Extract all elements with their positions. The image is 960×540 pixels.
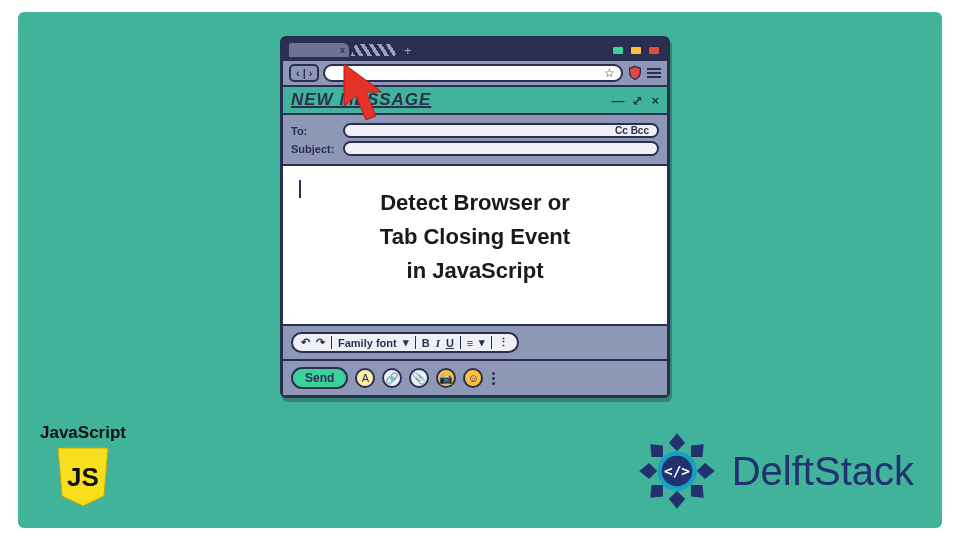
align-caret-icon[interactable]: ▾: [479, 336, 485, 349]
new-tab-button[interactable]: +: [404, 43, 412, 58]
send-button[interactable]: Send: [291, 367, 348, 389]
window-maximize-pill[interactable]: [629, 45, 643, 56]
subject-label: Subject:: [291, 143, 337, 155]
font-caret-icon[interactable]: ▾: [403, 336, 409, 349]
body-line-2: Tab Closing Event: [309, 220, 641, 254]
bcc-button[interactable]: Bcc: [631, 125, 649, 136]
compose-expand-icon[interactable]: ⤢: [632, 93, 643, 108]
hamburger-menu-icon[interactable]: [647, 68, 661, 78]
js-initials: JS: [67, 462, 99, 492]
emoji-icon[interactable]: ☺: [463, 368, 483, 388]
toolbar-sep: [491, 336, 492, 349]
svg-marker-3: [697, 463, 715, 479]
toolbar-sep: [460, 336, 461, 349]
bookmark-star-icon[interactable]: ☆: [604, 66, 615, 80]
browser-titlebar: x +: [283, 39, 667, 61]
body-content: Detect Browser or Tab Closing Event in J…: [301, 180, 649, 306]
shield-icon[interactable]: [627, 65, 643, 81]
nav-divider: |: [303, 67, 306, 79]
svg-marker-2: [639, 463, 657, 479]
underline-button[interactable]: U: [446, 337, 454, 349]
inactive-tab[interactable]: [351, 44, 399, 56]
svg-marker-1: [669, 491, 685, 509]
format-toolbar: ↶ ↷ Family font ▾ B I U ≡ ▾ ⋮: [283, 326, 667, 361]
text-cursor: [299, 180, 301, 198]
delftstack-brand: </> DelftStack: [632, 426, 914, 516]
italic-button[interactable]: I: [436, 337, 440, 349]
font-family-select[interactable]: Family font: [338, 337, 397, 349]
body-line-1: Detect Browser or: [309, 186, 641, 220]
nav-arrows: ‹ | ›: [289, 64, 319, 82]
delftstack-wordmark: DelftStack: [732, 449, 914, 494]
subject-row: Subject:: [291, 141, 659, 156]
subject-input[interactable]: [343, 141, 659, 156]
cc-button[interactable]: Cc: [615, 125, 628, 136]
browser-tab[interactable]: x: [289, 43, 349, 57]
compose-body[interactable]: Detect Browser or Tab Closing Event in J…: [283, 166, 667, 326]
back-button[interactable]: ‹: [296, 67, 300, 79]
window-minimize-pill[interactable]: [611, 45, 625, 56]
cursor-pointer-icon: [338, 60, 394, 136]
delftstack-emblem-icon: </>: [632, 426, 722, 516]
compose-window-controls: — ⤢ ×: [611, 93, 659, 108]
javascript-label: JavaScript: [40, 423, 126, 443]
redo-icon[interactable]: ↷: [316, 336, 325, 349]
compose-bottombar: Send A 🔗 📎 📷 ☺: [283, 361, 667, 395]
close-tab-icon[interactable]: x: [340, 45, 345, 55]
svg-text:</>: </>: [664, 463, 690, 479]
link-icon[interactable]: 🔗: [382, 368, 402, 388]
toolbar-sep: [331, 336, 332, 349]
undo-icon[interactable]: ↶: [301, 336, 310, 349]
compose-close-icon[interactable]: ×: [651, 93, 659, 108]
body-line-3: in JavaScript: [309, 254, 641, 288]
js-shield-icon: JS: [54, 446, 112, 508]
svg-marker-0: [669, 433, 685, 451]
format-toolbar-pill: ↶ ↷ Family font ▾ B I U ≡ ▾ ⋮: [291, 332, 519, 353]
toolbar-sep: [415, 336, 416, 349]
compose-minimize-icon[interactable]: —: [611, 93, 624, 108]
attachment-icon[interactable]: 📎: [409, 368, 429, 388]
window-close-pill[interactable]: [647, 45, 661, 56]
to-label: To:: [291, 125, 337, 137]
bold-button[interactable]: B: [422, 337, 430, 349]
camera-icon[interactable]: 📷: [436, 368, 456, 388]
align-button[interactable]: ≡: [467, 337, 473, 349]
javascript-badge: JavaScript JS: [40, 423, 126, 508]
text-format-icon[interactable]: A: [355, 368, 375, 388]
forward-button[interactable]: ›: [309, 67, 313, 79]
illustration-canvas: x + ‹ | › ☆ NEW MESSAGE: [18, 12, 942, 528]
toolbar-more-icon[interactable]: ⋮: [498, 336, 509, 349]
more-options-icon[interactable]: [492, 372, 495, 385]
